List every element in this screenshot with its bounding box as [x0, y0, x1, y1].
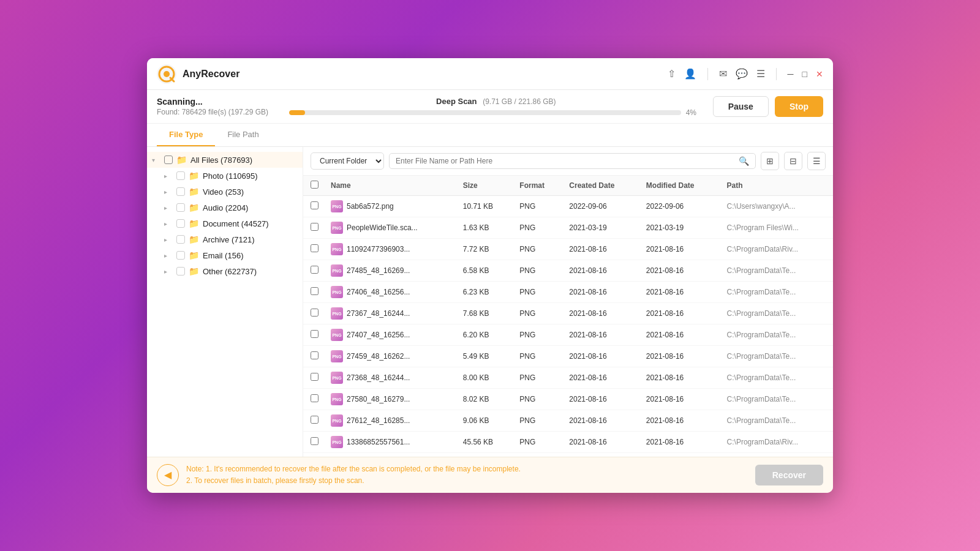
chat-icon[interactable]: 💬 — [736, 68, 748, 80]
document-checkbox[interactable] — [176, 219, 185, 228]
back-button[interactable]: ◀ — [157, 464, 179, 486]
row-checkbox-cell[interactable] — [303, 282, 325, 303]
app-window: AnyRecover ⇧ 👤 ✉ 💬 ☰ ─ □ ✕ Scanning... F… — [147, 58, 833, 493]
pause-button[interactable]: Pause — [713, 96, 769, 117]
search-icon[interactable]: 🔍 — [739, 156, 749, 166]
file-size-cell: 7.68 KB — [457, 303, 514, 324]
tab-file-type[interactable]: File Type — [157, 124, 215, 146]
row-checkbox[interactable] — [311, 373, 318, 381]
created-header[interactable]: Created Date — [563, 176, 640, 196]
row-checkbox-cell[interactable] — [303, 346, 325, 367]
sidebar-item-video[interactable]: ▸ 📁 Video (253) — [147, 184, 303, 200]
recover-button[interactable]: Recover — [755, 465, 823, 485]
progress-row: 4% — [289, 108, 703, 117]
row-checkbox[interactable] — [311, 351, 318, 359]
file-icon: PNG 27407_48_16256... — [331, 329, 410, 341]
row-checkbox[interactable] — [311, 266, 318, 274]
archive-checkbox[interactable] — [176, 235, 185, 244]
row-checkbox-cell[interactable] — [303, 410, 325, 432]
grid-view-button[interactable]: ⊟ — [784, 152, 802, 170]
minimize-button[interactable]: ─ — [788, 69, 794, 79]
modified-header[interactable]: Modified Date — [640, 176, 721, 196]
chevron-right-icon: ▸ — [164, 189, 173, 195]
row-checkbox-cell[interactable] — [303, 367, 325, 389]
format-header[interactable]: Format — [513, 176, 563, 196]
file-created-cell: 2021-08-16 — [563, 239, 640, 260]
maximize-button[interactable]: □ — [802, 69, 807, 79]
file-format-cell: PNG — [513, 282, 563, 303]
sidebar-item-all-files[interactable]: ▾ 📁 All Files (787693) — [147, 152, 303, 168]
png-icon: PNG — [331, 307, 343, 320]
row-checkbox[interactable] — [311, 437, 318, 445]
row-checkbox-cell[interactable] — [303, 239, 325, 260]
row-checkbox-cell[interactable] — [303, 303, 325, 324]
file-name-cell: PNG 11092477396903... — [325, 239, 457, 260]
mail-icon[interactable]: ✉ — [719, 68, 727, 80]
menu-icon[interactable]: ☰ — [756, 68, 765, 80]
folder-select[interactable]: Current Folder — [311, 152, 384, 170]
list-view-button[interactable]: ☰ — [807, 152, 826, 170]
sidebar-item-audio[interactable]: ▸ 📁 Audio (2204) — [147, 200, 303, 216]
file-format-cell: PNG — [513, 260, 563, 282]
sidebar-item-document[interactable]: ▸ 📁 Document (44527) — [147, 216, 303, 231]
folder-icon: 📁 — [189, 203, 199, 212]
path-header[interactable]: Path — [721, 176, 833, 196]
name-header[interactable]: Name — [325, 176, 457, 196]
row-checkbox[interactable] — [311, 287, 318, 295]
folder-icon: 📁 — [189, 234, 199, 244]
file-size-cell: 10.71 KB — [457, 196, 514, 217]
row-checkbox[interactable] — [311, 244, 318, 252]
sidebar-item-label: Audio (2204) — [203, 203, 298, 212]
select-all-header[interactable] — [303, 176, 325, 196]
row-checkbox[interactable] — [311, 394, 318, 402]
close-button[interactable]: ✕ — [816, 69, 823, 79]
row-checkbox-cell[interactable] — [303, 260, 325, 282]
sidebar-item-label: Other (622737) — [203, 267, 298, 276]
audio-checkbox[interactable] — [176, 203, 185, 212]
row-checkbox[interactable] — [311, 223, 318, 231]
sidebar-item-archive[interactable]: ▸ 📁 Archive (7121) — [147, 231, 303, 247]
table-row: PNG 11092477396903... 7.72 KB PNG 2021-0… — [303, 239, 833, 260]
scan-bar: Scanning... Found: 786429 file(s) (197.2… — [147, 90, 833, 124]
scan-found: Found: 786429 file(s) (197.29 GB) — [157, 108, 279, 116]
select-all-checkbox[interactable] — [311, 181, 318, 189]
folder-icon: 📁 — [189, 266, 199, 276]
file-path: C:\ProgramData\Riv... — [727, 438, 798, 446]
email-checkbox[interactable] — [176, 251, 185, 260]
row-checkbox-cell[interactable] — [303, 389, 325, 410]
share-icon[interactable]: ⇧ — [668, 68, 676, 80]
file-icon: PNG 27485_48_16269... — [331, 264, 410, 277]
row-checkbox[interactable] — [311, 309, 318, 317]
scan-type: Deep Scan — [436, 97, 477, 106]
file-name-cell: PNG 5ab6a572.png — [325, 196, 457, 217]
scan-status: Scanning... — [157, 97, 279, 107]
photo-checkbox[interactable] — [176, 171, 185, 180]
chevron-right-icon: ▸ — [164, 236, 173, 243]
file-format-cell: PNG — [513, 432, 563, 453]
stop-button[interactable]: Stop — [775, 96, 823, 117]
row-checkbox-cell[interactable] — [303, 217, 325, 239]
size-header[interactable]: Size — [457, 176, 514, 196]
tab-file-path[interactable]: File Path — [215, 124, 271, 146]
sidebar-item-photo[interactable]: ▸ 📁 Photo (110695) — [147, 168, 303, 184]
file-name: 27485_48_16269... — [347, 266, 410, 275]
row-checkbox[interactable] — [311, 201, 318, 209]
user-icon[interactable]: 👤 — [684, 68, 696, 80]
row-checkbox[interactable] — [311, 416, 318, 424]
folder-icon: 📁 — [189, 171, 199, 181]
search-input[interactable] — [396, 157, 735, 165]
all-files-checkbox[interactable] — [164, 156, 173, 164]
main-content: ▾ 📁 All Files (787693) ▸ 📁 Photo (110695… — [147, 147, 833, 457]
row-checkbox-cell[interactable] — [303, 324, 325, 346]
other-checkbox[interactable] — [176, 267, 185, 276]
sidebar-item-other[interactable]: ▸ 📁 Other (622737) — [147, 263, 303, 279]
sidebar-item-email[interactable]: ▸ 📁 Email (156) — [147, 247, 303, 263]
file-path-cell: C:\Users\wangxy\A... — [721, 196, 833, 217]
video-checkbox[interactable] — [176, 187, 185, 196]
filter-button[interactable]: ⊞ — [761, 152, 779, 170]
chevron-down-icon: ▾ — [152, 157, 160, 163]
png-icon: PNG — [331, 414, 343, 427]
row-checkbox[interactable] — [311, 330, 318, 338]
row-checkbox-cell[interactable] — [303, 196, 325, 217]
row-checkbox-cell[interactable] — [303, 432, 325, 453]
